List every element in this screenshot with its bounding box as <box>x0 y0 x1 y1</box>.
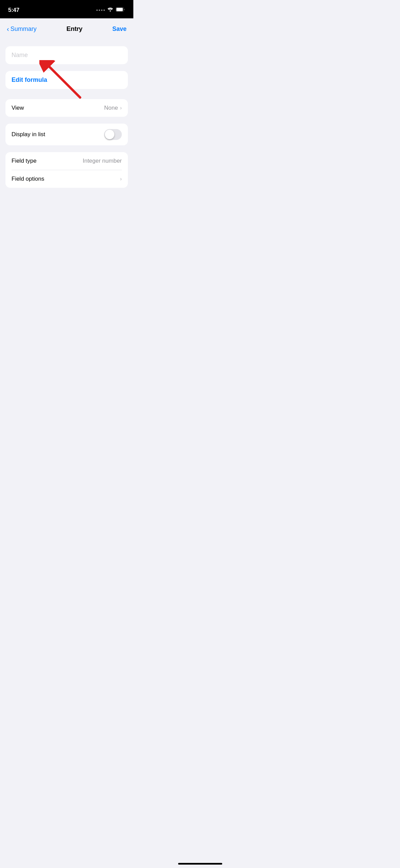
status-icons <box>96 7 125 13</box>
display-in-list-label: Display in list <box>12 131 45 138</box>
field-options-chevron-icon: › <box>120 176 122 182</box>
edit-formula-card: Edit formula <box>5 71 128 89</box>
back-button[interactable]: ‹ Summary <box>7 25 37 33</box>
battery-icon <box>116 7 125 13</box>
field-type-row[interactable]: Field type Integer number <box>5 152 128 170</box>
edit-formula-button[interactable]: Edit formula <box>12 76 47 84</box>
page-title: Entry <box>66 25 82 33</box>
field-type-label: Field type <box>12 158 37 164</box>
view-chevron-icon: › <box>120 105 122 111</box>
field-options-row[interactable]: Field options › <box>5 170 128 188</box>
nav-bar: ‹ Summary Entry Save <box>0 18 133 39</box>
view-row[interactable]: View None › <box>5 99 128 117</box>
status-bar: 5:47 <box>0 0 133 18</box>
field-type-value: Integer number <box>83 158 122 164</box>
view-label: View <box>12 105 24 111</box>
field-settings-card: Field type Integer number Field options … <box>5 152 128 188</box>
edit-formula-row[interactable]: Edit formula <box>5 71 128 89</box>
display-in-list-toggle[interactable] <box>104 129 122 140</box>
content-area: Edit formula View None › Display in list <box>0 39 133 195</box>
view-value-container: None › <box>104 105 122 111</box>
back-label: Summary <box>11 25 37 33</box>
view-value: None <box>104 105 118 111</box>
svg-rect-1 <box>116 8 123 11</box>
view-card: View None › <box>5 99 128 117</box>
back-chevron-icon: ‹ <box>7 25 9 33</box>
field-options-label: Field options <box>12 176 44 182</box>
signal-dots-icon <box>96 10 105 11</box>
name-input[interactable] <box>5 46 128 64</box>
status-time: 5:47 <box>8 7 19 14</box>
display-in-list-card: Display in list <box>5 124 128 145</box>
save-button[interactable]: Save <box>112 25 127 33</box>
display-in-list-row: Display in list <box>5 124 128 145</box>
wifi-icon <box>107 7 113 13</box>
